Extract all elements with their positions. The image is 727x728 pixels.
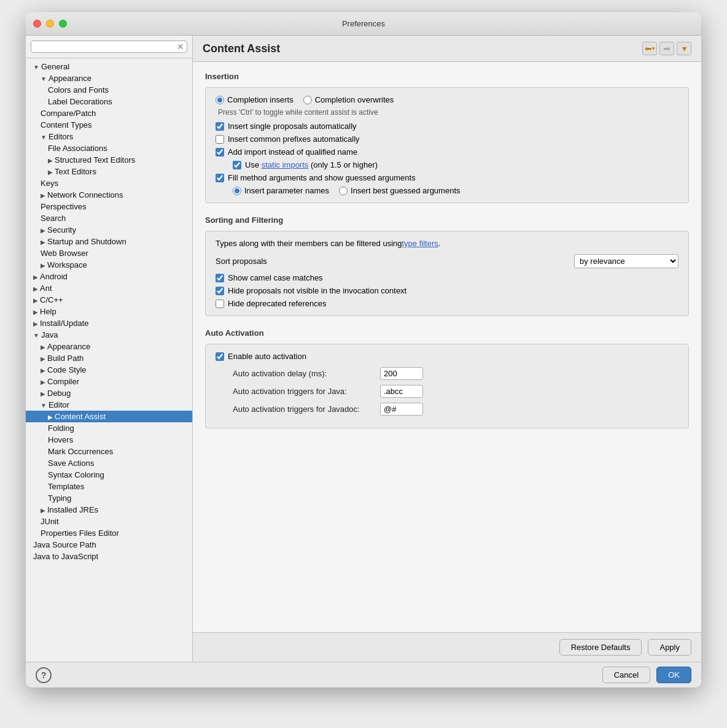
restore-defaults-button[interactable]: Restore Defaults xyxy=(559,639,642,656)
add-import-checkbox[interactable] xyxy=(216,148,224,157)
insert-common-prefixes-checkbox[interactable] xyxy=(216,135,224,144)
static-imports-link[interactable]: static imports xyxy=(262,160,309,169)
sidebar-item-install-update[interactable]: Install/Update xyxy=(26,317,192,329)
insert-best-guessed-label: Insert best guessed arguments xyxy=(351,186,461,195)
type-filters-link[interactable]: type filters xyxy=(402,239,438,248)
sidebar-item-startup-shutdown[interactable]: Startup and Shutdown xyxy=(26,236,192,247)
sidebar-item-workspace[interactable]: Workspace xyxy=(26,259,192,271)
hide-deprecated-label[interactable]: Hide deprecated references xyxy=(228,299,326,308)
use-static-imports-checkbox[interactable] xyxy=(233,161,241,169)
sidebar-item-java-source-path[interactable]: Java Source Path xyxy=(26,539,192,551)
hide-proposals-label[interactable]: Hide proposals not visible in the invoca… xyxy=(228,286,406,295)
sidebar-item-perspectives[interactable]: Perspectives xyxy=(26,201,192,212)
sidebar-item-label-decorations[interactable]: Label Decorations xyxy=(26,96,192,107)
sidebar-item-syntax-coloring[interactable]: Syntax Coloring xyxy=(26,469,192,481)
type-filters-description: Types along with their members can be fi… xyxy=(216,239,402,248)
sidebar-item-compare-patch[interactable]: Compare/Patch xyxy=(26,107,192,119)
sidebar-item-editors[interactable]: Editors xyxy=(26,131,192,142)
sidebar-item-installed-jres[interactable]: Installed JREs xyxy=(26,504,192,516)
completion-hint: Press 'Ctrl' to toggle while content ass… xyxy=(218,108,678,117)
sorting-section-box: Types along with their members can be fi… xyxy=(205,231,689,316)
insert-best-guessed-option[interactable]: Insert best guessed arguments xyxy=(339,186,461,195)
tri-network xyxy=(41,192,45,199)
tri-help xyxy=(33,309,38,316)
hide-proposals-checkbox[interactable] xyxy=(216,287,224,295)
apply-button[interactable]: Apply xyxy=(648,639,691,656)
type-filters-row: Types along with their members can be fi… xyxy=(216,239,678,248)
hide-deprecated-checkbox[interactable] xyxy=(216,300,224,308)
sidebar-item-code-style[interactable]: Code Style xyxy=(26,364,192,376)
sidebar-item-save-actions[interactable]: Save Actions xyxy=(26,457,192,469)
search-clear-icon[interactable]: ✕ xyxy=(177,42,184,51)
completion-overwrites-radio[interactable] xyxy=(303,96,312,104)
sidebar-item-typing[interactable]: Typing xyxy=(26,492,192,504)
tri-text-editors xyxy=(48,169,53,176)
enable-auto-activation-label[interactable]: Enable auto activation xyxy=(228,352,306,361)
sidebar-item-web-browser[interactable]: Web Browser xyxy=(26,247,192,259)
completion-overwrites-option[interactable]: Completion overwrites xyxy=(303,95,394,104)
completion-inserts-radio[interactable] xyxy=(216,96,224,104)
tri-install xyxy=(33,320,38,327)
sidebar-item-file-associations[interactable]: File Associations xyxy=(26,142,192,154)
tri-editors xyxy=(41,134,47,141)
completion-inserts-option[interactable]: Completion inserts xyxy=(216,95,294,104)
minimize-button[interactable] xyxy=(46,20,54,28)
ok-button[interactable]: OK xyxy=(656,667,691,683)
insert-single-proposals-checkbox[interactable] xyxy=(216,122,224,131)
triggers-java-input[interactable] xyxy=(380,385,423,398)
sidebar-item-properties-files-editor[interactable]: Properties Files Editor xyxy=(26,527,192,539)
sidebar-item-debug[interactable]: Debug xyxy=(26,387,192,399)
sidebar-item-colors-fonts[interactable]: Colors and Fonts xyxy=(26,84,192,96)
sidebar-item-java[interactable]: Java xyxy=(26,329,192,341)
menu-dropdown-icon[interactable]: ▾ xyxy=(677,42,691,55)
hide-proposals-row: Hide proposals not visible in the invoca… xyxy=(216,286,678,295)
insert-common-prefixes-label[interactable]: Insert common prefixes automatically xyxy=(228,134,360,144)
insert-best-guessed-radio[interactable] xyxy=(339,187,348,195)
maximize-button[interactable] xyxy=(59,20,67,28)
insert-param-names-radio[interactable] xyxy=(233,187,241,195)
insert-param-names-option[interactable]: Insert parameter names xyxy=(233,186,329,195)
sidebar-item-ant[interactable]: Ant xyxy=(26,282,192,294)
sidebar-item-folding[interactable]: Folding xyxy=(26,422,192,434)
sidebar-item-templates[interactable]: Templates xyxy=(26,481,192,492)
triggers-javadoc-input[interactable] xyxy=(380,403,423,416)
activation-delay-input[interactable] xyxy=(380,367,423,380)
help-button[interactable]: ? xyxy=(36,667,52,683)
sidebar-item-cpp[interactable]: C/C++ xyxy=(26,294,192,306)
forward-icon[interactable]: ➡ xyxy=(659,42,674,55)
show-camel-case-label[interactable]: Show camel case matches xyxy=(228,273,323,282)
sidebar-item-java-to-javascript[interactable]: Java to JavaScript xyxy=(26,551,192,562)
sidebar-item-structured-text-editors[interactable]: Structured Text Editors xyxy=(26,154,192,166)
sidebar-item-junit[interactable]: JUnit xyxy=(26,516,192,527)
sidebar-item-compiler[interactable]: Compiler xyxy=(26,376,192,387)
insert-single-proposals-label[interactable]: Insert single proposals automatically xyxy=(228,122,357,131)
sidebar-item-search[interactable]: Search xyxy=(26,212,192,224)
sidebar-item-network-connections[interactable]: Network Connections xyxy=(26,189,192,201)
show-camel-case-checkbox[interactable] xyxy=(216,274,224,282)
enable-auto-activation-checkbox[interactable] xyxy=(216,352,224,361)
sidebar-item-mark-occurrences[interactable]: Mark Occurrences xyxy=(26,446,192,457)
fill-method-label[interactable]: Fill method arguments and show guessed a… xyxy=(228,173,416,182)
sidebar-item-editor[interactable]: Editor xyxy=(26,399,192,411)
sidebar-item-java-appearance[interactable]: Appearance xyxy=(26,341,192,352)
sidebar: ✕ General Appearance Colors and Fonts La… xyxy=(26,36,193,662)
close-button[interactable] xyxy=(33,20,41,28)
sidebar-item-security[interactable]: Security xyxy=(26,224,192,236)
back-icon[interactable]: ⬅▾ xyxy=(642,42,657,55)
sidebar-item-general[interactable]: General xyxy=(26,61,192,72)
sidebar-item-appearance[interactable]: Appearance xyxy=(26,72,192,84)
sort-proposals-select[interactable]: by relevance alphabetically xyxy=(574,254,678,268)
add-import-label[interactable]: Add import instead of qualified name xyxy=(228,147,357,157)
sidebar-item-android[interactable]: Android xyxy=(26,271,192,282)
sidebar-item-hovers[interactable]: Hovers xyxy=(26,434,192,446)
sidebar-item-content-types[interactable]: Content Types xyxy=(26,119,192,131)
right-panel: Content Assist ⬅▾ ➡ ▾ Insertion xyxy=(193,36,701,662)
sidebar-item-content-assist[interactable]: Content Assist xyxy=(26,411,192,422)
sidebar-item-help[interactable]: Help xyxy=(26,306,192,317)
search-input[interactable] xyxy=(34,42,177,51)
sidebar-item-keys[interactable]: Keys xyxy=(26,177,192,189)
sidebar-item-text-editors[interactable]: Text Editors xyxy=(26,166,192,177)
sidebar-item-build-path[interactable]: Build Path xyxy=(26,352,192,364)
fill-method-checkbox[interactable] xyxy=(216,174,224,182)
cancel-button[interactable]: Cancel xyxy=(602,667,650,683)
